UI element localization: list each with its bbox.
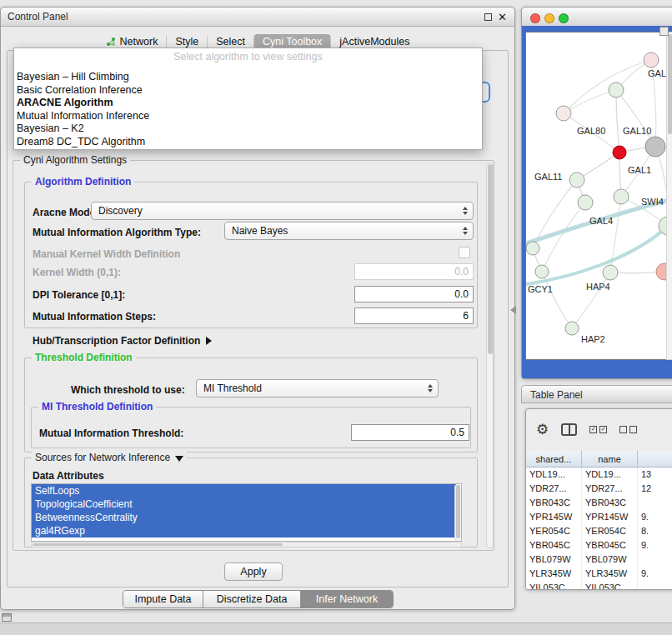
view-corner-widget[interactable] bbox=[659, 27, 669, 36]
list-item[interactable]: SelfLoops bbox=[32, 484, 456, 498]
tab-discretize-data[interactable]: Discretize Data bbox=[203, 591, 301, 608]
network-view-desktop: GAL8 GAL80 GAL10 GAL11 GAL1 SWI4 GAL4 GC… bbox=[522, 26, 672, 378]
column-header-name[interactable]: name bbox=[582, 451, 638, 468]
table-row[interactable]: YBR043C YBR043C bbox=[526, 496, 672, 510]
manual-kernel-width-checkbox bbox=[459, 247, 470, 258]
table-cell: 9. bbox=[638, 510, 672, 524]
table-cell: YBL079W bbox=[582, 552, 638, 567]
mi-threshold-field[interactable]: 0.5 bbox=[351, 424, 469, 441]
list-scrollbar[interactable] bbox=[454, 484, 461, 541]
algorithm-option[interactable]: Bayesian – K2 bbox=[14, 122, 482, 136]
zoom-traffic-light[interactable] bbox=[559, 13, 569, 23]
network-node-hap4[interactable] bbox=[603, 265, 618, 280]
table-row[interactable]: YIL053C YIL053C bbox=[526, 581, 672, 590]
network-node-gcy1[interactable] bbox=[535, 265, 549, 278]
table-row[interactable]: YDR27... YDR27... 12 bbox=[526, 482, 672, 496]
sources-title: Sources for Network Inference bbox=[35, 452, 170, 463]
close-traffic-light[interactable] bbox=[530, 13, 540, 23]
column-header-cut[interactable] bbox=[638, 451, 672, 468]
algorithm-option[interactable]: Dream8 DC_TDC Algorithm bbox=[14, 136, 482, 149]
kernel-width-label: Kernel Width (0,1): bbox=[33, 267, 121, 278]
table-cell: YPR145W bbox=[526, 510, 582, 524]
settings-scrollbar-thumb[interactable] bbox=[488, 164, 493, 354]
network-node-red[interactable] bbox=[613, 146, 626, 159]
list-item[interactable]: TopologicalCoefficient bbox=[32, 498, 456, 511]
network-view-scrollbar[interactable] bbox=[666, 32, 672, 360]
table-cell: YDL19... bbox=[526, 468, 582, 482]
tab-impute-data-label: Impute Data bbox=[134, 593, 191, 605]
tab-jactivemodules[interactable]: jActiveModules bbox=[331, 34, 418, 49]
close-icon[interactable]: ✕ bbox=[498, 9, 507, 25]
settings-scrollbar[interactable] bbox=[486, 162, 494, 548]
mi-algorithm-type-select[interactable]: Naive Bayes bbox=[224, 222, 474, 240]
table-panel-titlebar[interactable]: Table Panel bbox=[521, 385, 672, 403]
aracne-mode-select[interactable]: Discovery bbox=[91, 202, 474, 220]
table-row[interactable]: YLR345W YLR345W 9. bbox=[526, 567, 672, 581]
sources-section-header[interactable]: Sources for Network Inference bbox=[32, 452, 187, 463]
tab-impute-data[interactable]: Impute Data bbox=[123, 591, 203, 608]
column-header-shared-name[interactable]: shared... bbox=[526, 451, 582, 468]
tab-cyni-toolbox[interactable]: Cyni Toolbox bbox=[254, 34, 330, 49]
node-label: HAP4 bbox=[586, 282, 610, 292]
tab-select-label: Select bbox=[216, 36, 245, 48]
network-node-gal11[interactable] bbox=[569, 172, 584, 188]
table-row[interactable]: YER054C YER054C 8. bbox=[526, 524, 672, 538]
tab-network[interactable]: Network bbox=[98, 34, 167, 49]
table-cell: YBR043C bbox=[582, 496, 638, 510]
network-window-titlebar[interactable] bbox=[522, 8, 672, 27]
table-row[interactable]: YBR045C YBR045C 9. bbox=[526, 538, 672, 552]
manual-kernel-width-label: Manual Kernel Width Definition bbox=[33, 248, 180, 260]
list-item[interactable]: BetweennessCentrality bbox=[32, 511, 456, 524]
gear-icon[interactable]: ⚙ bbox=[536, 422, 549, 437]
table-row[interactable]: YDL19... YDL19... 13 bbox=[526, 468, 672, 482]
restore-panel-icon[interactable] bbox=[2, 613, 12, 622]
algorithm-option[interactable]: Bayesian – Hill Climbing bbox=[14, 71, 482, 84]
table-row[interactable]: YPR145W YPR145W 9. bbox=[526, 510, 672, 524]
columns-icon[interactable] bbox=[561, 423, 577, 436]
hub-definition-section-header[interactable]: Hub/Transcription Factor Definition bbox=[33, 335, 212, 347]
minimize-traffic-light[interactable] bbox=[544, 13, 554, 23]
algorithm-option-selected[interactable]: ARACNE Algorithm bbox=[14, 97, 482, 110]
network-node-gal1[interactable] bbox=[614, 189, 629, 204]
which-threshold-select[interactable]: MI Threshold bbox=[196, 379, 439, 398]
table-cell: YDR27... bbox=[526, 482, 582, 496]
dpi-tolerance-field[interactable]: 0.0 bbox=[354, 286, 474, 302]
network-view-scrollbar-thumb[interactable] bbox=[668, 34, 672, 134]
network-node-gal4[interactable] bbox=[578, 195, 593, 210]
list-horizontal-scrollbar-thumb[interactable] bbox=[33, 543, 283, 546]
list-horizontal-scrollbar[interactable] bbox=[31, 542, 462, 548]
algorithm-option[interactable]: Mutual Information Inference bbox=[14, 110, 482, 123]
network-node-gal80[interactable] bbox=[556, 106, 571, 121]
float-window-icon[interactable] bbox=[484, 13, 492, 21]
tab-select[interactable]: Select bbox=[208, 34, 253, 49]
network-node-green-2[interactable] bbox=[526, 242, 539, 255]
table-cell: YLR345W bbox=[582, 567, 638, 581]
table-cell: 12 bbox=[638, 482, 672, 496]
list-scrollbar-thumb[interactable] bbox=[456, 485, 460, 538]
node-label: GAL11 bbox=[534, 172, 562, 182]
data-attributes-list[interactable]: SelfLoops TopologicalCoefficient Between… bbox=[31, 483, 462, 542]
show-columns-icon[interactable]: ✓ ✓ bbox=[589, 426, 607, 433]
network-canvas[interactable]: GAL8 GAL80 GAL10 GAL11 GAL1 SWI4 GAL4 GC… bbox=[525, 32, 667, 360]
network-node-hap2[interactable] bbox=[565, 322, 579, 335]
algorithm-option[interactable]: Basic Correlation Inference bbox=[14, 84, 482, 98]
tab-infer-network[interactable]: Infer Network bbox=[301, 591, 393, 608]
mi-steps-field[interactable]: 6 bbox=[354, 308, 474, 324]
mi-threshold-label: Mutual Information Threshold: bbox=[39, 428, 183, 439]
dropdown-arrows-icon bbox=[463, 227, 468, 235]
tab-network-label: Network bbox=[120, 36, 158, 48]
aracne-mode-label: Aracne Mode: bbox=[33, 207, 98, 218]
network-node-gray-hub[interactable] bbox=[645, 137, 665, 157]
list-item[interactable]: gal4RGexp bbox=[32, 524, 456, 538]
network-node-pink-top[interactable] bbox=[644, 52, 659, 68]
table-row[interactable]: YBL079W YBL079W bbox=[526, 552, 672, 567]
mi-threshold-value: 0.5 bbox=[450, 427, 464, 438]
tab-style[interactable]: Style bbox=[167, 34, 207, 49]
apply-button-label: Apply bbox=[240, 566, 266, 578]
control-panel-titlebar[interactable]: Control Panel ✕ bbox=[1, 8, 514, 27]
network-node-green-1[interactable] bbox=[609, 82, 624, 98]
hide-columns-icon[interactable] bbox=[619, 426, 637, 433]
control-panel-window: Control Panel ✕ Network Style Select Cyn… bbox=[0, 7, 515, 610]
panel-collapse-arrow[interactable] bbox=[510, 306, 516, 314]
apply-button[interactable]: Apply bbox=[224, 562, 283, 581]
